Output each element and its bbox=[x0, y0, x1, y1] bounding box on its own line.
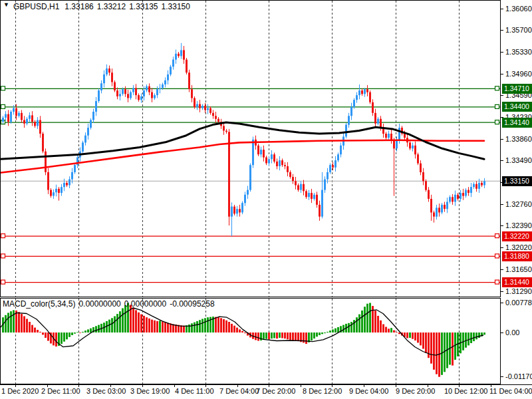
candle-body bbox=[295, 181, 297, 185]
macd-bar bbox=[146, 317, 148, 332]
macd-bar bbox=[228, 322, 230, 332]
macd-bar bbox=[287, 332, 289, 339]
candle-body bbox=[398, 128, 400, 140]
candle-body bbox=[18, 113, 20, 116]
macd-title: MACD_color(5,34,5)0.000000000.00000000-0… bbox=[3, 299, 218, 309]
candle-body bbox=[53, 192, 55, 196]
candle-body bbox=[156, 89, 158, 95]
candle-body bbox=[188, 72, 190, 89]
candle-body bbox=[61, 187, 63, 193]
candle-body bbox=[15, 108, 17, 116]
candle-body bbox=[369, 92, 371, 102]
support-price-badge[interactable]: 1.31440 bbox=[502, 277, 532, 287]
price-axis[interactable]: 1.360601.357001.353301.349601.345901.342… bbox=[501, 0, 532, 384]
candle-body bbox=[260, 150, 262, 154]
candle-body bbox=[449, 197, 451, 201]
level-handle[interactable] bbox=[1, 234, 5, 238]
macd-bar bbox=[297, 332, 299, 341]
resistance-price-badge[interactable]: 1.34140 bbox=[502, 118, 532, 128]
macd-bar bbox=[364, 307, 366, 332]
candle-body bbox=[279, 160, 281, 166]
main-price-pane[interactable] bbox=[0, 0, 501, 297]
macd-bar bbox=[82, 332, 84, 332]
macd-axis-label: 0.00 bbox=[505, 329, 519, 337]
candle-body bbox=[284, 165, 286, 166]
level-handle[interactable] bbox=[495, 120, 499, 124]
candle-body bbox=[209, 108, 211, 113]
macd-bar bbox=[473, 332, 475, 341]
candle-body bbox=[84, 136, 86, 143]
candle-body bbox=[47, 172, 49, 190]
candle-body bbox=[82, 142, 84, 151]
macd-bar bbox=[148, 319, 150, 332]
resistance-price-badge[interactable]: 1.34710 bbox=[502, 84, 532, 94]
macd-bar bbox=[34, 328, 36, 332]
macd-bar bbox=[140, 315, 142, 332]
candle-body bbox=[377, 119, 379, 124]
macd-bar bbox=[76, 332, 78, 332]
macd-bar bbox=[382, 325, 384, 333]
candle-body bbox=[50, 190, 52, 196]
candle-body bbox=[108, 68, 110, 72]
level-handle[interactable] bbox=[495, 234, 499, 238]
macd-bar bbox=[380, 321, 382, 332]
candle-body bbox=[186, 60, 188, 73]
support-price-badge[interactable]: 1.31880 bbox=[502, 251, 532, 261]
candle-body bbox=[10, 112, 12, 122]
macd-bar bbox=[334, 329, 336, 332]
macd-bar bbox=[47, 332, 49, 341]
macd-bar bbox=[42, 332, 44, 334]
candle-body bbox=[404, 134, 406, 138]
macd-axis-tick bbox=[501, 376, 503, 377]
price-axis-label: 1.32390 bbox=[505, 221, 532, 230]
level-handle[interactable] bbox=[495, 86, 499, 90]
time-axis-label: 2 Dec 11:00 bbox=[41, 387, 80, 395]
macd-bar bbox=[143, 316, 145, 332]
candle-body bbox=[319, 205, 321, 217]
candle-body bbox=[358, 90, 360, 95]
candle-body bbox=[271, 154, 273, 159]
macd-bar bbox=[79, 332, 81, 333]
macd-bar bbox=[84, 331, 86, 332]
level-handle[interactable] bbox=[1, 86, 5, 90]
macd-bar bbox=[369, 303, 371, 333]
candle-body bbox=[297, 186, 299, 190]
candle-body bbox=[114, 82, 116, 91]
macd-bar bbox=[225, 321, 227, 332]
macd-bar bbox=[271, 332, 273, 338]
candle-body bbox=[95, 101, 97, 112]
macd-bar bbox=[90, 329, 92, 332]
candle-body bbox=[146, 86, 148, 90]
time-axis-label: 7 Dec 04:00 bbox=[219, 387, 259, 395]
candle-body bbox=[265, 158, 267, 164]
level-handle[interactable] bbox=[495, 254, 499, 258]
candle-body bbox=[130, 92, 132, 98]
candle-body bbox=[462, 193, 464, 196]
candle-body bbox=[438, 207, 440, 212]
time-axis[interactable]: 1 Dec 20202 Dec 11:003 Dec 03:003 Dec 19… bbox=[0, 384, 532, 399]
macd-bar bbox=[135, 310, 137, 332]
macd-bar bbox=[159, 321, 161, 332]
candle-body bbox=[348, 116, 350, 124]
current-price-badge[interactable]: 1.33150 bbox=[502, 176, 532, 186]
candle-body bbox=[241, 203, 243, 212]
candle-body bbox=[34, 122, 36, 126]
macd-bar bbox=[108, 320, 110, 332]
candle-body bbox=[116, 90, 118, 96]
level-handle[interactable] bbox=[495, 280, 499, 284]
macd-bar bbox=[454, 332, 456, 360]
macd-bar bbox=[10, 311, 12, 332]
level-handle[interactable] bbox=[1, 254, 5, 258]
macd-bar bbox=[385, 327, 387, 333]
macd-indicator-pane[interactable] bbox=[0, 298, 501, 384]
pane-collapse-icon[interactable]: ▼ bbox=[3, 1, 9, 8]
level-handle[interactable] bbox=[1, 104, 5, 108]
macd-value-2: 0.00000000 bbox=[124, 299, 166, 309]
candle-body bbox=[111, 72, 113, 82]
level-handle[interactable] bbox=[495, 104, 499, 108]
macd-bar bbox=[348, 323, 350, 332]
candle-body bbox=[154, 95, 156, 98]
support-price-badge[interactable]: 1.32220 bbox=[502, 231, 532, 241]
resistance-price-badge[interactable]: 1.34400 bbox=[502, 102, 532, 112]
level-handle[interactable] bbox=[1, 280, 5, 284]
